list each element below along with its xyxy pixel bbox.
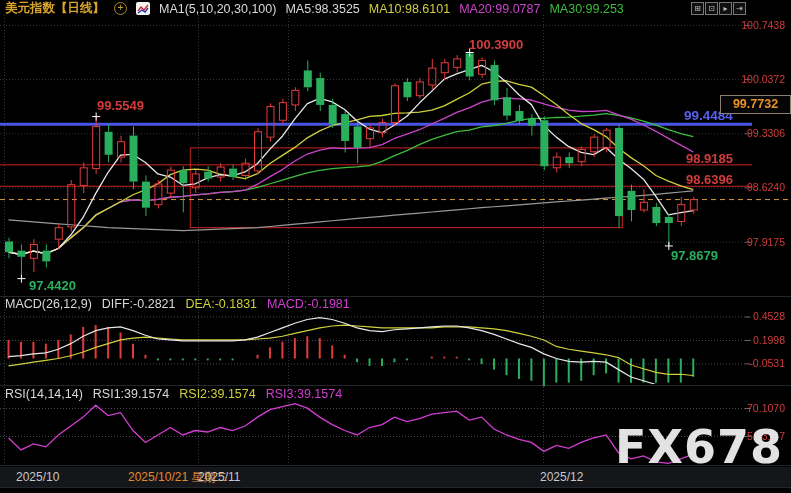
rsi1-value: RSI1:39.1574 xyxy=(93,387,169,401)
ma5-value: MA5:98.3525 xyxy=(285,2,359,16)
ma20-value: MA20:99.0787 xyxy=(459,2,540,16)
macd-diff-value: DIFF:-0.2821 xyxy=(102,297,176,311)
grid-layout-icon[interactable]: ⊞ xyxy=(691,2,704,15)
chart-header: 美元指数【日线】 + MA1(5,10,20,30,100) MA5:98.35… xyxy=(5,0,624,17)
candlestick-chart-icon[interactable] xyxy=(136,2,150,15)
ma10-value: MA10:98.6101 xyxy=(369,2,450,16)
price-axis-tick: 100.0372 xyxy=(741,73,785,85)
macd-dea-value: DEA:-0.1831 xyxy=(185,297,257,311)
instrument-title: 美元指数【日线】 xyxy=(5,0,105,17)
recent-low-annotation: 97.8679 xyxy=(671,248,718,263)
macd-macd-value: MACD:-0.1981 xyxy=(267,297,350,311)
macd-header-row: MACD(26,12,9) DIFF:-0.2821 DEA:-0.1831 M… xyxy=(5,297,350,311)
resistance-level-label: 98.9185 xyxy=(686,151,733,166)
swing-high-annotation: 99.5549 xyxy=(97,98,144,113)
play-chart-icon[interactable]: ▸ xyxy=(719,2,732,15)
support-level-label: 98.6396 xyxy=(686,172,733,187)
swing-low-annotation: 97.4420 xyxy=(29,278,76,293)
rsi-title: RSI(14,14,14) xyxy=(5,387,83,401)
current-price-box: 99.7732 xyxy=(720,95,791,114)
time-label-oct: 2025/10 xyxy=(16,467,59,487)
rsi-axis-tick: 70.1070 xyxy=(747,402,785,414)
zoom-circle-icon[interactable]: + xyxy=(114,2,127,15)
fx678-watermark: FX678 xyxy=(615,420,783,474)
rsi2-value: RSI2:39.1574 xyxy=(179,387,255,401)
price-axis-tick: 97.9175 xyxy=(747,236,785,248)
trading-chart-screen: 美元指数【日线】 + MA1(5,10,20,30,100) MA5:98.35… xyxy=(0,0,791,493)
time-label-nov: 2025/11 xyxy=(198,467,241,487)
peak-high-annotation: 100.3900 xyxy=(469,37,523,52)
ma-settings-label: MA1(5,10,20,30,100) xyxy=(159,2,276,16)
macd-axis-tick: -0.0531 xyxy=(749,357,785,369)
macd-axis-tick: 0.1998 xyxy=(753,334,785,346)
macd-axis-tick: 0.4528 xyxy=(753,310,785,322)
price-axis-tick: 99.3306 xyxy=(747,127,785,139)
macd-title: MACD(26,12,9) xyxy=(5,297,92,311)
shift-right-icon[interactable]: ⇥ xyxy=(733,2,746,15)
time-label-dec: 2025/12 xyxy=(540,467,583,487)
scale-panel-icon[interactable]: ⊡ xyxy=(705,2,718,15)
price-axis-tick: 100.7438 xyxy=(741,19,785,31)
rsi3-value: RSI3:39.1574 xyxy=(266,387,342,401)
rsi-header-row: RSI(14,14,14) RSI1:39.1574 RSI2:39.1574 … xyxy=(5,387,342,401)
ma30-value: MA30:99.253 xyxy=(549,2,623,16)
chart-toolbar: ⊞ ⊡ ▸ ⇥ xyxy=(691,2,746,15)
price-axis-tick: 98.6240 xyxy=(747,181,785,193)
